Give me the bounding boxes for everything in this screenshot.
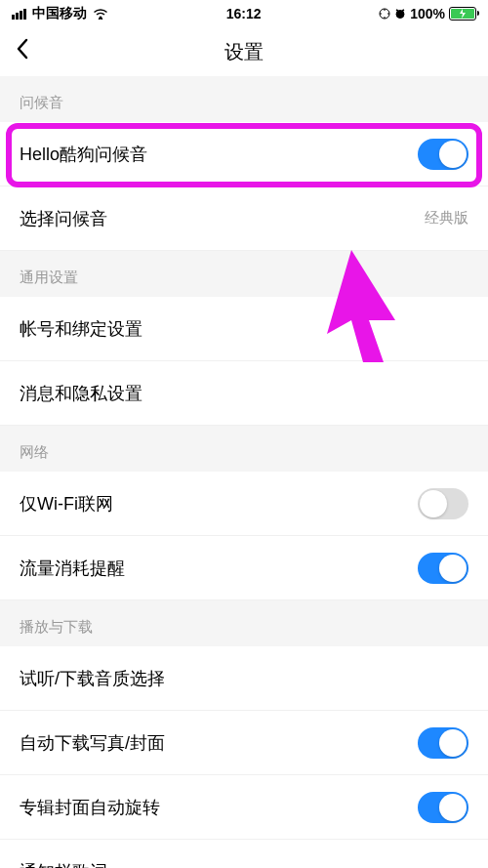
row-privacy-settings[interactable]: 消息和隐私设置 [0,361,488,426]
row-value: 经典版 [425,209,468,227]
row-label: 消息和隐私设置 [20,382,142,405]
row-hello-greeting[interactable]: Hello酷狗问候音 [0,122,488,186]
location-icon [379,8,390,20]
section-header-general: 通用设置 [0,251,488,297]
row-label: 专辑封面自动旋转 [20,796,160,819]
row-label: 仅Wi-Fi联网 [20,492,113,516]
annotation-cursor [322,250,410,367]
row-quality[interactable]: 试听/下载音质选择 [0,646,488,711]
signal-icon [12,9,26,20]
section-header-playback: 播放与下载 [0,600,488,646]
toggle-greeting[interactable] [418,139,468,170]
row-notification-lyrics[interactable]: 通知栏歌词 [0,840,488,868]
row-label: 试听/下载音质选择 [20,667,165,690]
row-label: Hello酷狗问候音 [20,143,147,166]
watermark: Baidu经验 [423,844,476,860]
battery-pct: 100% [410,6,445,21]
back-button[interactable] [15,37,30,67]
row-auto-download[interactable]: 自动下载写真/封面 [0,711,488,775]
time-label: 16:12 [226,6,262,21]
carrier-label: 中国移动 [32,5,87,22]
row-select-greeting[interactable]: 选择问候音 经典版 [0,186,488,251]
row-label: 通知栏歌词 [20,860,107,869]
row-wifi-only[interactable]: 仅Wi-Fi联网 [0,472,488,536]
status-left: 中国移动 [12,5,108,22]
row-label: 帐号和绑定设置 [20,317,142,341]
section-header-network: 网络 [0,426,488,472]
battery-icon [449,7,476,21]
page-title: 设置 [224,39,264,65]
row-account-settings[interactable]: 帐号和绑定设置 [0,297,488,361]
header: 设置 [0,27,488,76]
row-label: 选择问候音 [20,207,107,230]
svg-point-0 [100,17,102,20]
row-cover-rotate[interactable]: 专辑封面自动旋转 [0,775,488,840]
status-bar: 中国移动 16:12 100% [0,0,488,27]
toggle-data-alert[interactable] [418,553,468,584]
row-data-alert[interactable]: 流量消耗提醒 [0,536,488,600]
toggle-auto-download[interactable] [418,727,468,759]
wifi-icon [93,8,108,20]
svg-point-2 [396,11,404,19]
status-right: 100% [379,6,476,21]
toggle-cover-rotate[interactable] [418,792,468,823]
row-label: 流量消耗提醒 [20,557,125,580]
toggle-wifi-only[interactable] [418,488,468,519]
alarm-icon [394,8,406,20]
section-header-greeting: 问候音 [0,76,488,122]
row-label: 自动下载写真/封面 [20,731,165,755]
